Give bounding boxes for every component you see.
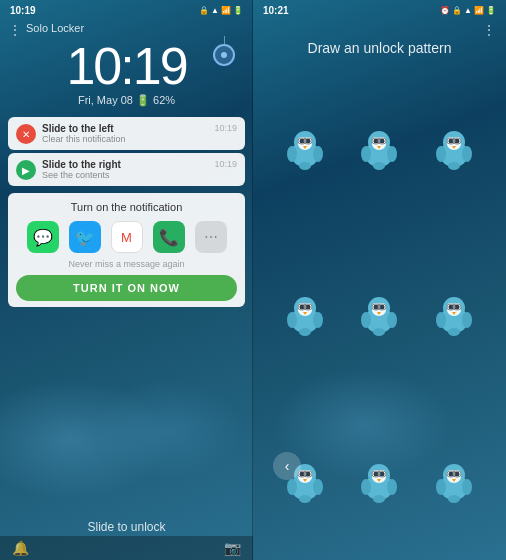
svg-point-11 <box>287 146 297 162</box>
svg-point-25 <box>361 146 371 162</box>
phone-icon[interactable]: 📞 <box>153 221 185 253</box>
notif-subtitle-2: See the contents <box>42 170 208 180</box>
svg-point-55 <box>299 328 311 336</box>
left-status-time: 10:19 <box>10 5 36 16</box>
whatsapp-icon[interactable]: 💬 <box>27 221 59 253</box>
notif-content-1: Slide to the left Clear this notificatio… <box>42 123 208 144</box>
right-lock-screen: 10:21 ⏰ 🔒 ▲ 📶 🔋 ⋮ Draw an unlock pattern <box>253 0 506 560</box>
notif-subtitle-1: Clear this notification <box>42 134 208 144</box>
svg-point-110 <box>387 479 397 495</box>
shield-icon: 🔒 <box>199 6 209 15</box>
bird-8 <box>352 454 407 509</box>
bird-4 <box>278 288 333 343</box>
notif-time-2: 10:19 <box>214 159 237 169</box>
pattern-dot-8[interactable] <box>347 404 411 560</box>
svg-point-27 <box>373 162 385 170</box>
svg-point-124 <box>462 479 472 495</box>
left-bottom-bar: 🔔 📷 <box>0 536 253 560</box>
right-wifi-icon: 📶 <box>474 6 484 15</box>
svg-point-82 <box>462 312 472 328</box>
slide-to-unlock-label: Slide to unlock <box>0 520 253 534</box>
ornament-dot <box>221 52 227 58</box>
svg-point-54 <box>313 312 323 328</box>
back-button[interactable]: ‹ <box>273 452 301 480</box>
clock-section: 10:19 <box>0 34 253 94</box>
svg-point-95 <box>287 479 297 495</box>
right-menu-dots-button[interactable]: ⋮ <box>482 22 496 38</box>
pattern-dot-7[interactable] <box>273 404 337 560</box>
ornament-circle <box>213 44 235 66</box>
right-battery-icon: 🔋 <box>486 6 496 15</box>
pattern-grid[interactable] <box>253 71 506 560</box>
bird-6 <box>426 288 481 343</box>
svg-point-97 <box>299 495 311 503</box>
more-apps-icon[interactable]: ⋯ <box>195 221 227 253</box>
pattern-dot-1[interactable] <box>273 71 337 227</box>
signal-icon: ▲ <box>211 6 219 15</box>
notif-title-1: Slide to the left <box>42 123 208 134</box>
svg-point-69 <box>373 328 385 336</box>
app-title: Solo Locker <box>12 22 241 34</box>
bird-1 <box>278 122 333 177</box>
notification-bell-icon[interactable]: 🔔 <box>12 540 29 556</box>
bird-9 <box>426 454 481 509</box>
pattern-dot-3[interactable] <box>422 71 486 227</box>
svg-point-53 <box>287 312 297 328</box>
notification-card-2[interactable]: ▶ Slide to the right See the contents 10… <box>8 153 245 186</box>
notification-card-1[interactable]: ✕ Slide to the left Clear this notificat… <box>8 117 245 150</box>
svg-point-39 <box>436 146 446 162</box>
notif-title-2: Slide to the right <box>42 159 208 170</box>
clock-ornament <box>213 36 235 66</box>
svg-point-83 <box>448 328 460 336</box>
left-status-icons: 🔒 ▲ 📶 🔋 <box>199 6 243 15</box>
notif-time-1: 10:19 <box>214 123 237 133</box>
svg-point-123 <box>436 479 446 495</box>
notif-arrow-icon: ▶ <box>16 160 36 180</box>
turn-on-title: Turn on the notification <box>16 201 237 213</box>
svg-point-111 <box>373 495 385 503</box>
svg-point-41 <box>448 162 460 170</box>
pattern-dot-6[interactable] <box>422 237 486 393</box>
left-lock-screen: 10:19 🔒 ▲ 📶 🔋 ⋮ Solo Locker 10:19 Fri, M… <box>0 0 253 560</box>
svg-point-13 <box>299 162 311 170</box>
app-header: Solo Locker <box>0 20 253 34</box>
camera-icon[interactable]: 📷 <box>224 540 241 556</box>
bird-3 <box>426 122 481 177</box>
notif-content-2: Slide to the right See the contents <box>42 159 208 180</box>
svg-point-96 <box>313 479 323 495</box>
ornament-string <box>224 36 225 44</box>
twitter-icon[interactable]: 🐦 <box>69 221 101 253</box>
svg-point-67 <box>361 312 371 328</box>
panel-divider <box>252 0 253 560</box>
right-signal-icon: ▲ <box>464 6 472 15</box>
date-battery-display: Fri, May 08 🔋 62% <box>0 94 253 113</box>
pattern-dot-4[interactable] <box>273 237 337 393</box>
never-miss-label: Never miss a message again <box>16 259 237 269</box>
svg-point-26 <box>387 146 397 162</box>
alarm-icon: ⏰ <box>440 6 450 15</box>
pattern-dot-5[interactable] <box>347 237 411 393</box>
right-status-time: 10:21 <box>263 5 289 16</box>
battery-icon: 🔋 <box>233 6 243 15</box>
right-status-bar: 10:21 ⏰ 🔒 ▲ 📶 🔋 <box>253 0 506 20</box>
svg-point-125 <box>448 495 460 503</box>
notification-area: ✕ Slide to the left Clear this notificat… <box>0 113 253 190</box>
gmail-icon[interactable]: M <box>111 221 143 253</box>
notif-close-icon: ✕ <box>16 124 36 144</box>
wifi-icon: 📶 <box>221 6 231 15</box>
turn-on-notification-section: Turn on the notification 💬 🐦 M 📞 ⋯ Never… <box>8 193 245 307</box>
app-icons-row: 💬 🐦 M 📞 ⋯ <box>16 221 237 253</box>
bird-5 <box>352 288 407 343</box>
turn-it-on-button[interactable]: TURN IT ON NOW <box>16 275 237 301</box>
right-status-icons: ⏰ 🔒 ▲ 📶 🔋 <box>440 6 496 15</box>
svg-point-12 <box>313 146 323 162</box>
draw-pattern-title: Draw an unlock pattern <box>253 20 506 71</box>
svg-point-68 <box>387 312 397 328</box>
left-status-bar: 10:19 🔒 ▲ 📶 🔋 <box>0 0 253 20</box>
right-shield-icon: 🔒 <box>452 6 462 15</box>
svg-point-40 <box>462 146 472 162</box>
svg-point-81 <box>436 312 446 328</box>
pattern-dot-9[interactable] <box>422 404 486 560</box>
svg-point-109 <box>361 479 371 495</box>
pattern-dot-2[interactable] <box>347 71 411 227</box>
